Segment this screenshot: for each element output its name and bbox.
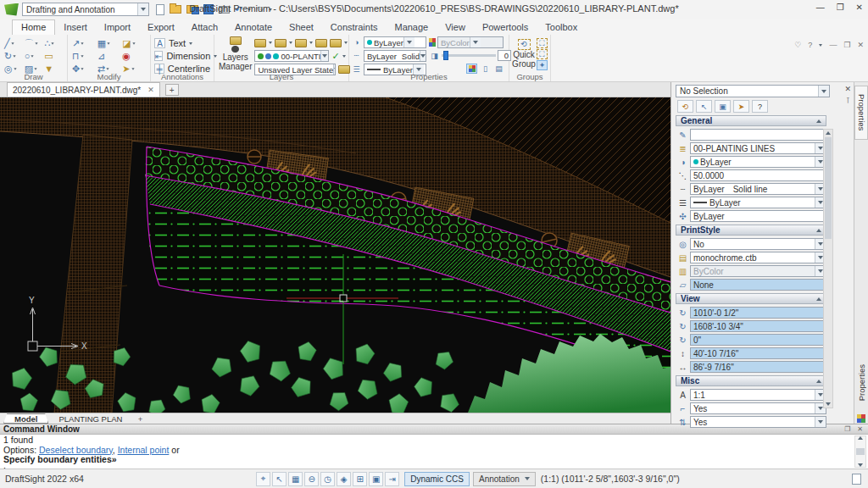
print-icon[interactable] xyxy=(219,6,230,14)
new-file-icon[interactable] xyxy=(156,4,164,15)
tab-export[interactable]: Export xyxy=(139,20,183,35)
quick-group-button[interactable]: ⟲ Quick Group xyxy=(511,36,537,71)
etrack-toggle-icon[interactable]: ⊞ xyxy=(353,472,367,486)
undo-dropdown-icon[interactable] xyxy=(248,8,251,11)
slider-thumb[interactable] xyxy=(443,51,448,60)
layers-manager-button[interactable]: Layers Manager xyxy=(216,36,254,71)
line-color-select[interactable]: ByLayer xyxy=(364,36,426,48)
snap-toggle-icon[interactable]: ⌖ xyxy=(256,472,270,486)
pattern-tool[interactable]: ▦ xyxy=(97,37,121,49)
line-scale-field[interactable]: 50.0000 xyxy=(690,169,826,181)
line-weight-select[interactable]: ByLayer xyxy=(690,197,826,208)
view-center-z-field[interactable]: 0" xyxy=(690,334,826,346)
tab-home[interactable]: Home xyxy=(12,19,55,35)
dimension-button[interactable]: ⇤ Dimension xyxy=(154,50,210,62)
close-icon[interactable]: ✕ xyxy=(857,425,863,433)
print-style-field[interactable]: ByLayer xyxy=(690,210,826,222)
pin-icon[interactable]: ⊺ xyxy=(846,97,850,105)
text-button[interactable]: A Text xyxy=(154,37,210,49)
workspace-select[interactable]: Drafting and Annotation xyxy=(22,3,149,16)
polar-toggle-icon[interactable]: ◷ xyxy=(320,472,335,486)
tab-manage[interactable]: Manage xyxy=(386,20,437,35)
mini-restore-icon[interactable]: ❐ xyxy=(843,41,850,49)
section-misc[interactable]: Misc xyxy=(676,375,826,386)
chevron-down-icon[interactable] xyxy=(815,417,826,427)
annotation-scale-select[interactable]: 1:1 xyxy=(690,389,826,401)
annotation-scale-select[interactable]: Annotation xyxy=(473,472,536,486)
tab-toolbox[interactable]: Toolbox xyxy=(537,20,586,35)
offset-tool[interactable]: ⊓ xyxy=(72,50,96,62)
arc-tool[interactable]: ↻ xyxy=(4,50,23,62)
layer-tool-5-icon[interactable] xyxy=(330,39,342,47)
chevron-down-icon[interactable] xyxy=(137,3,148,15)
layer-apply-check-icon[interactable]: ✓ xyxy=(331,51,339,62)
document-tab[interactable]: 20220610_LIBRARY-PLANT.dwg* ✕ xyxy=(7,82,160,97)
selection-filter-select[interactable]: No Selection xyxy=(676,85,830,97)
minimize-button[interactable]: — xyxy=(816,3,825,12)
tab-insert[interactable]: Insert xyxy=(55,20,96,35)
sheet-tab-model[interactable]: Model xyxy=(3,413,48,424)
group-icon[interactable]: ⛶ xyxy=(537,38,548,48)
close-icon[interactable]: ✕ xyxy=(147,86,154,94)
view-height-field[interactable]: 40'-10 7/16" xyxy=(690,347,826,359)
redo-button[interactable]: ↷ xyxy=(256,5,264,14)
command-scrollbar[interactable] xyxy=(854,435,866,468)
line-tool[interactable]: ╱ xyxy=(4,37,23,49)
layer-select[interactable]: 00-PLANTING LINES xyxy=(690,142,826,154)
section-general[interactable]: General xyxy=(676,115,826,126)
feedback-heart-icon[interactable]: ♡ xyxy=(794,41,801,49)
layer-tool-4-icon[interactable] xyxy=(315,39,327,47)
scroll-down-icon[interactable] xyxy=(826,402,831,406)
section-printstyle[interactable]: PrintStyle xyxy=(676,225,826,236)
tab-constraints[interactable]: Constraints xyxy=(322,20,387,35)
redo-dropdown-icon[interactable] xyxy=(269,8,272,11)
lineweight-toggle-icon[interactable]: ▣ xyxy=(369,472,383,486)
tab-attach[interactable]: Attach xyxy=(183,20,226,35)
view-width-field[interactable]: 86'-9 7/16" xyxy=(690,361,826,373)
polyline-tool[interactable]: ⌒ xyxy=(25,37,43,49)
select-cursor-icon[interactable]: ↖ xyxy=(696,100,712,113)
scroll-thumb[interactable] xyxy=(856,448,865,455)
line-style-select[interactable]: ByLayer Solid line xyxy=(690,183,826,195)
chevron-down-icon[interactable] xyxy=(420,51,426,61)
sheet-options-icon[interactable] xyxy=(852,474,861,485)
scroll-down-icon[interactable] xyxy=(858,463,863,467)
scroll-up-icon[interactable] xyxy=(826,131,831,135)
print-select[interactable]: No xyxy=(690,238,826,250)
sheet-tab-planting-plan[interactable]: PLANTING PLAN xyxy=(48,413,132,424)
active-layer-select[interactable]: 00-PLANTI xyxy=(254,50,329,62)
quick-select-icon[interactable]: ➤ xyxy=(733,100,749,113)
mirror-tool[interactable]: ⊿ xyxy=(97,50,121,62)
mini-minimize-icon[interactable]: — xyxy=(829,41,837,49)
scroll-thumb[interactable] xyxy=(825,137,832,239)
chevron-down-icon[interactable] xyxy=(403,37,415,47)
powertrim-tool[interactable]: ◉ xyxy=(122,50,146,62)
chevron-down-icon[interactable] xyxy=(320,51,328,61)
tab-annotate[interactable]: Annotate xyxy=(226,20,281,35)
save-as-icon[interactable] xyxy=(186,5,198,14)
scroll-up-icon[interactable] xyxy=(858,436,863,440)
restore-button[interactable]: ❐ xyxy=(837,3,844,12)
drawing-canvas[interactable]: Y X xyxy=(0,97,670,413)
chevron-down-icon[interactable] xyxy=(342,55,346,58)
layer-tool-1-icon[interactable] xyxy=(254,39,266,47)
tab-view[interactable]: View xyxy=(437,20,474,35)
tab-powertools[interactable]: Powertools xyxy=(474,20,537,35)
layer-tool-2-icon[interactable] xyxy=(275,39,287,47)
ungroup-icon[interactable]: ⛶ xyxy=(537,49,548,59)
deselect-boundary-link[interactable]: Deselect boundary xyxy=(39,445,113,455)
undo-button[interactable]: ↶ xyxy=(235,5,242,14)
hatch-color-select[interactable]: ByColor xyxy=(437,36,504,48)
ccs-origin-select[interactable]: Yes xyxy=(690,416,826,428)
mini-close-icon[interactable]: ✕ xyxy=(857,41,864,49)
properties-palette-title[interactable]: Properties xyxy=(854,353,868,413)
new-document-tab-button[interactable]: + xyxy=(165,84,179,96)
point-tool[interactable]: ∴ xyxy=(44,37,63,49)
section-view[interactable]: View xyxy=(676,293,826,304)
tab-sheet[interactable]: Sheet xyxy=(281,20,322,35)
dynamic-ccs-button[interactable]: Dynamic CCS xyxy=(404,472,470,486)
tab-import[interactable]: Import xyxy=(96,20,139,35)
ccs-icon-visible-select[interactable]: Yes xyxy=(690,402,826,414)
name-field[interactable] xyxy=(690,129,826,141)
transparency-slider[interactable] xyxy=(442,54,496,57)
